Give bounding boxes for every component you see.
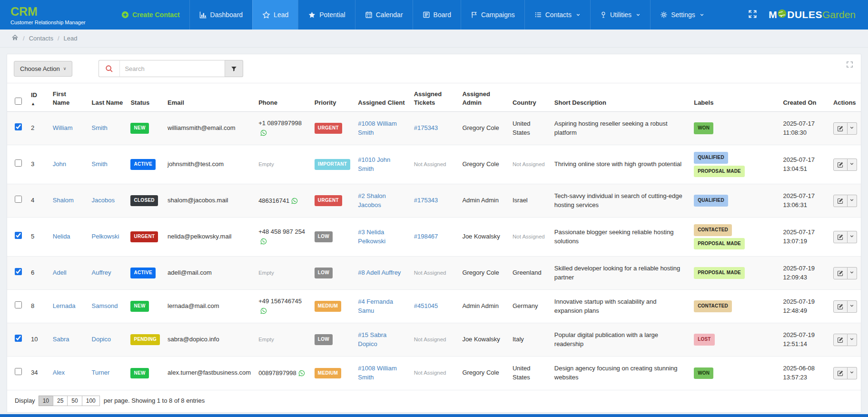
column-header-actions[interactable]: Actions bbox=[829, 83, 861, 112]
column-header-created-on[interactable]: Created On bbox=[779, 83, 829, 112]
column-header-assigned-client[interactable]: Assigned Client bbox=[354, 83, 410, 112]
last-name-link[interactable]: Dopico bbox=[92, 336, 111, 343]
nav-item-create-contact[interactable]: Create Contact bbox=[112, 0, 189, 30]
column-header-priority[interactable]: Priority bbox=[311, 83, 354, 112]
whatsapp-icon[interactable] bbox=[298, 370, 305, 379]
edit-button[interactable] bbox=[833, 367, 848, 379]
assigned-ticket-link[interactable]: #175343 bbox=[414, 124, 438, 131]
assigned-client-link[interactable]: #8 Adell Auffrey bbox=[358, 269, 401, 276]
first-name-link[interactable]: Lernada bbox=[53, 302, 76, 309]
choose-action-button[interactable]: Choose Action ∨ bbox=[14, 61, 72, 77]
row-checkbox[interactable] bbox=[15, 196, 22, 203]
nav-item-settings[interactable]: Settings bbox=[650, 0, 714, 30]
assigned-client-link[interactable]: #1010 John Smith bbox=[358, 156, 390, 172]
page-size-10-button[interactable]: 10 bbox=[39, 396, 53, 406]
whatsapp-icon[interactable] bbox=[260, 238, 267, 248]
row-checkbox[interactable] bbox=[15, 268, 22, 275]
column-header-assigned-admin[interactable]: Assigned Admin bbox=[458, 83, 509, 112]
column-header-assigned-tickets[interactable]: Assigned Tickets bbox=[410, 83, 459, 112]
row-actions-dropdown-button[interactable] bbox=[848, 231, 857, 243]
row-actions-dropdown-button[interactable] bbox=[848, 122, 857, 135]
edit-button[interactable] bbox=[833, 300, 848, 313]
assigned-ticket-link[interactable]: #175343 bbox=[414, 197, 438, 204]
select-all-checkbox[interactable] bbox=[15, 98, 22, 105]
column-header-short-description[interactable]: Short Description bbox=[551, 83, 690, 112]
column-header-phone[interactable]: Phone bbox=[255, 83, 311, 112]
last-name-link[interactable]: Samsond bbox=[92, 302, 118, 309]
assigned-ticket-link[interactable]: #451045 bbox=[414, 302, 438, 309]
page-size-25-button[interactable]: 25 bbox=[53, 396, 68, 406]
row-actions-dropdown-button[interactable] bbox=[848, 300, 857, 313]
nav-item-dashboard[interactable]: Dashboard bbox=[189, 0, 253, 30]
row-actions-dropdown-button[interactable] bbox=[848, 159, 857, 171]
whatsapp-icon[interactable] bbox=[291, 198, 298, 207]
last-name-link[interactable]: Jacobos bbox=[92, 197, 115, 204]
edit-button[interactable] bbox=[833, 231, 848, 243]
nav-item-potential[interactable]: Potential bbox=[298, 0, 355, 30]
edit-button[interactable] bbox=[833, 195, 848, 207]
assigned-client-link[interactable]: #15 Sabra Dopico bbox=[358, 331, 386, 348]
last-name-link[interactable]: Smith bbox=[92, 160, 108, 168]
edit-button[interactable] bbox=[833, 267, 848, 279]
breadcrumb-lead[interactable]: Lead bbox=[64, 35, 78, 42]
edit-button[interactable] bbox=[833, 159, 848, 171]
row-checkbox[interactable] bbox=[15, 301, 22, 308]
assigned-client-link[interactable]: #4 Fernanda Samu bbox=[358, 298, 393, 314]
column-header-status[interactable]: Status bbox=[127, 83, 164, 112]
assigned-client-link[interactable]: #2 Shalon Jacobos bbox=[358, 192, 386, 208]
search-input[interactable] bbox=[119, 60, 225, 77]
whatsapp-icon[interactable] bbox=[260, 308, 267, 317]
filter-button[interactable] bbox=[225, 60, 243, 77]
last-name-link[interactable]: Auffrey bbox=[92, 269, 111, 276]
column-header-email[interactable]: Email bbox=[164, 83, 255, 112]
column-header-last-name[interactable]: Last Name bbox=[88, 83, 127, 112]
assigned-client-link[interactable]: #3 Nelida Pelkowski bbox=[358, 228, 385, 245]
flag-icon bbox=[471, 11, 478, 19]
first-name-link[interactable]: Alex bbox=[53, 369, 65, 376]
row-actions-dropdown-button[interactable] bbox=[848, 367, 857, 379]
first-name-link[interactable]: William bbox=[53, 124, 73, 131]
last-name-link[interactable]: Pelkowski bbox=[92, 233, 119, 240]
breadcrumb-contacts[interactable]: Contacts bbox=[29, 35, 53, 42]
page-size-100-button[interactable]: 100 bbox=[82, 396, 100, 406]
fullscreen-icon[interactable] bbox=[748, 10, 757, 20]
nav-item-calendar[interactable]: Calendar bbox=[355, 0, 413, 30]
assigned-ticket-link[interactable]: #198467 bbox=[414, 233, 438, 240]
row-actions-dropdown-button[interactable] bbox=[848, 195, 857, 207]
column-header-id[interactable]: ID▲ bbox=[27, 83, 49, 112]
row-checkbox[interactable] bbox=[15, 159, 22, 167]
nav-item-contacts[interactable]: Contacts bbox=[524, 0, 590, 30]
first-name-link[interactable]: John bbox=[53, 160, 66, 168]
column-header-first-name[interactable]: First Name bbox=[49, 83, 88, 112]
nav-item-utilities[interactable]: Utilities bbox=[590, 0, 650, 30]
modulesgarden-logo[interactable]: M DULES Garden bbox=[769, 9, 856, 20]
row-actions-dropdown-button[interactable] bbox=[848, 334, 857, 346]
first-name-link[interactable]: Sabra bbox=[53, 336, 69, 343]
email-text: johnsmith@test.com bbox=[164, 145, 255, 184]
column-header-country[interactable]: Country bbox=[509, 83, 551, 112]
last-name-link[interactable]: Smith bbox=[92, 124, 108, 131]
row-checkbox[interactable] bbox=[15, 232, 22, 239]
nav-item-board[interactable]: Board bbox=[413, 0, 461, 30]
page-size-50-button[interactable]: 50 bbox=[67, 396, 82, 406]
edit-button[interactable] bbox=[833, 334, 848, 346]
column-header-label: Assigned Client bbox=[358, 99, 404, 106]
first-name-link[interactable]: Adell bbox=[53, 269, 67, 276]
assigned-client-link[interactable]: #1008 William Smith bbox=[358, 365, 397, 381]
nav-item-campaigns[interactable]: Campaigns bbox=[461, 0, 524, 30]
row-actions-dropdown-button[interactable] bbox=[848, 267, 857, 279]
app-logo[interactable]: CRM Customer Relationship Manager bbox=[0, 0, 112, 30]
row-checkbox[interactable] bbox=[15, 368, 22, 375]
row-checkbox[interactable] bbox=[15, 123, 22, 130]
last-name-link[interactable]: Turner bbox=[92, 369, 110, 376]
assigned-client-link[interactable]: #1008 William Smith bbox=[358, 120, 397, 136]
expand-table-icon[interactable] bbox=[846, 61, 853, 70]
column-header-labels[interactable]: Labels bbox=[690, 83, 779, 112]
row-checkbox[interactable] bbox=[15, 335, 22, 342]
whatsapp-icon[interactable] bbox=[260, 129, 267, 139]
first-name-link[interactable]: Shalom bbox=[53, 197, 74, 204]
nav-item-lead[interactable]: Lead bbox=[252, 0, 298, 30]
edit-button[interactable] bbox=[833, 122, 848, 135]
first-name-link[interactable]: Nelida bbox=[53, 233, 70, 240]
home-icon[interactable] bbox=[11, 34, 19, 42]
